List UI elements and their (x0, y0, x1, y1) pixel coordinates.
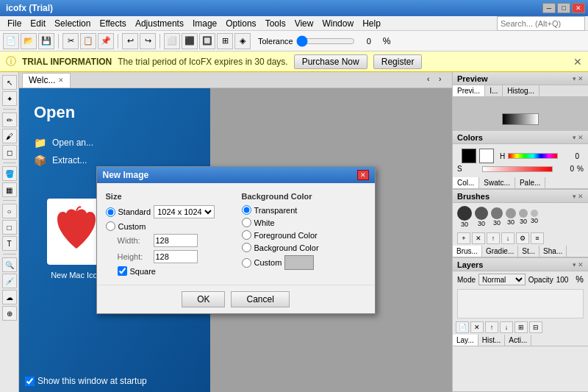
pencil-tool[interactable]: ✏ (2, 113, 17, 127)
brush-item-4[interactable]: 30 (519, 209, 528, 225)
brush-tool[interactable]: 🖌 (2, 129, 17, 143)
tab-prev-button[interactable]: ‹ (427, 75, 437, 85)
menu-file[interactable]: File (3, 17, 26, 30)
layers-close-btn[interactable]: ✕ (578, 261, 584, 268)
preview-tab-histogram[interactable]: Histog... (503, 85, 539, 96)
white-radio[interactable] (242, 218, 251, 227)
menu-image[interactable]: Image (188, 17, 221, 30)
register-button[interactable]: Register (373, 54, 423, 69)
ok-button[interactable]: OK (182, 291, 225, 307)
menu-adjustments[interactable]: Adjustments (131, 17, 188, 30)
cancel-button[interactable]: Cancel (231, 291, 289, 307)
tool-btn-4[interactable]: ⊞ (217, 33, 233, 49)
custom-radio[interactable] (106, 221, 115, 231)
rect-tool[interactable]: □ (2, 220, 17, 235)
brush-item-5[interactable]: 30 (531, 210, 538, 224)
layers-action-4[interactable]: ↓ (500, 321, 513, 333)
fill-tool[interactable]: 🪣 (2, 166, 17, 181)
tab-welcome[interactable]: Welc... ✕ (22, 73, 71, 88)
preview-menu-btn[interactable]: ▾ (573, 75, 576, 82)
minimize-button[interactable]: ─ (542, 3, 556, 13)
background-color-radio[interactable] (242, 243, 251, 252)
tool-btn-2[interactable]: ⬛ (182, 33, 198, 49)
paste-button[interactable]: 📌 (98, 33, 114, 49)
trial-close-button[interactable]: ✕ (573, 56, 582, 68)
magic-select-tool[interactable]: ✦ (2, 91, 17, 106)
undo-button[interactable]: ↩ (122, 33, 138, 49)
maximize-button[interactable]: □ (557, 3, 570, 13)
foreground-radio[interactable] (242, 230, 251, 240)
clone-tool[interactable]: ⊕ (2, 306, 17, 321)
tool-btn-3[interactable]: 🔲 (199, 33, 215, 49)
width-input[interactable] (154, 234, 198, 247)
menu-edit[interactable]: Edit (26, 17, 50, 30)
brush-action-4[interactable]: ↓ (501, 232, 514, 244)
smudge-tool[interactable]: ☁ (2, 290, 17, 304)
brush-action-1[interactable]: + (457, 232, 470, 244)
transparent-radio[interactable] (242, 205, 251, 215)
preview-close-btn[interactable]: ✕ (578, 75, 584, 82)
brush-item-2[interactable]: 30 (491, 207, 503, 227)
layers-menu-btn[interactable]: ▾ (573, 261, 576, 268)
redo-button[interactable]: ↪ (140, 33, 156, 49)
colors-close-btn[interactable]: ✕ (578, 134, 584, 141)
mode-select[interactable]: Normal (478, 274, 526, 285)
color-tab-col[interactable]: Col... (453, 177, 479, 188)
height-input[interactable] (154, 250, 198, 263)
tolerance-slider[interactable] (296, 37, 355, 46)
brush-action-3[interactable]: ↑ (487, 232, 500, 244)
preview-tab-info[interactable]: I... (485, 85, 503, 96)
tool-btn-1[interactable]: ⬜ (164, 33, 180, 49)
brush-item-1[interactable]: 30 (475, 207, 488, 227)
layers-action-2[interactable]: ✕ (470, 321, 484, 333)
menu-tools[interactable]: Tools (261, 17, 290, 30)
standard-size-select[interactable]: 1024 x 1024 (154, 205, 215, 218)
text-tool[interactable]: T (2, 236, 17, 251)
layers-action-6[interactable]: ⊟ (529, 321, 542, 333)
preview-tab-preview[interactable]: Previ... (453, 85, 485, 96)
new-button[interactable]: 📄 (3, 33, 19, 49)
brushes-tab-shapes[interactable]: Sha... (539, 246, 567, 257)
copy-button[interactable]: 📋 (80, 33, 96, 49)
eyedropper-tool[interactable]: 💉 (2, 274, 17, 288)
save-button[interactable]: 💾 (38, 33, 54, 49)
layers-action-5[interactable]: ⊞ (514, 321, 528, 333)
tab-close-button[interactable]: ✕ (58, 76, 64, 84)
eraser-tool[interactable]: ◻ (2, 145, 17, 160)
layers-action-1[interactable]: 📄 (456, 321, 469, 333)
color-tab-swatches[interactable]: Swatc... (479, 177, 515, 188)
menu-options[interactable]: Options (221, 17, 260, 30)
select-tool[interactable]: ↖ (2, 75, 17, 90)
layers-tab-layers[interactable]: Lay... (453, 335, 478, 346)
brush-action-5[interactable]: ⚙ (516, 232, 529, 244)
brushes-tab-gradients[interactable]: Gradie... (482, 246, 518, 257)
brushes-menu-btn[interactable]: ▾ (573, 193, 576, 200)
custom-color-preview[interactable] (284, 255, 314, 270)
brushes-tab-brushes[interactable]: Brus... (453, 246, 482, 257)
shape-tool[interactable]: ○ (2, 204, 17, 218)
foreground-color-swatch[interactable] (462, 149, 476, 163)
background-color-swatch[interactable] (479, 149, 494, 163)
colors-menu-btn[interactable]: ▾ (573, 134, 576, 141)
purchase-now-button[interactable]: Purchase Now (294, 54, 368, 69)
layers-tab-actions[interactable]: Acti... (505, 335, 531, 346)
close-button[interactable]: ✕ (572, 3, 585, 13)
color-tab-palette[interactable]: Pale... (515, 177, 545, 188)
menu-effects[interactable]: Effects (95, 17, 130, 30)
layers-action-3[interactable]: ↑ (485, 321, 498, 333)
layers-tab-history[interactable]: Hist... (478, 335, 506, 346)
menu-selection[interactable]: Selection (50, 17, 95, 30)
menu-window[interactable]: Window (318, 17, 358, 30)
gradient-tool[interactable]: ▦ (2, 182, 17, 197)
cut-button[interactable]: ✂ (62, 33, 79, 49)
brushes-close-btn[interactable]: ✕ (578, 193, 584, 200)
dialog-close-button[interactable]: ✕ (357, 170, 369, 180)
standard-radio[interactable] (106, 207, 115, 217)
open-button[interactable]: 📂 (21, 33, 37, 49)
zoom-tool[interactable]: 🔍 (2, 257, 17, 272)
square-checkbox[interactable] (118, 266, 127, 276)
brushes-tab-styles[interactable]: St... (518, 246, 539, 257)
search-input[interactable] (497, 16, 585, 31)
brush-action-2[interactable]: ✕ (472, 232, 485, 244)
tool-btn-5[interactable]: ◈ (234, 33, 251, 49)
